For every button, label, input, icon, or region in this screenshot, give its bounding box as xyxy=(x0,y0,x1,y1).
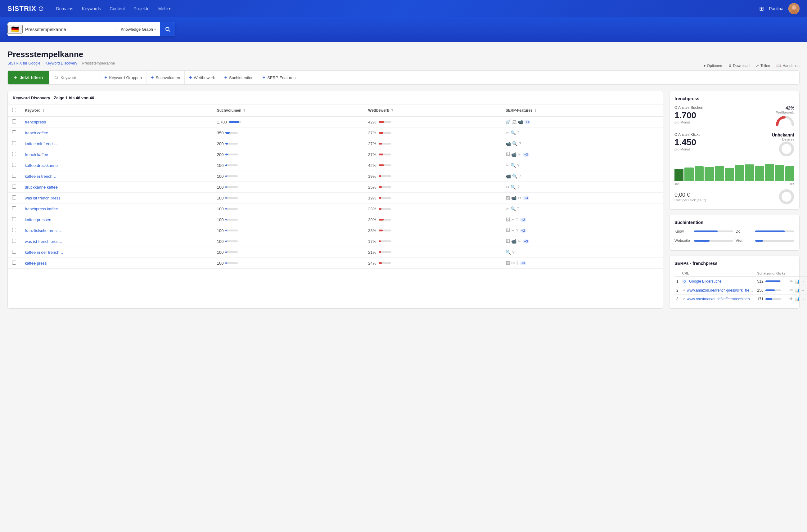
col-wettbewerb: Wettbewerb ? xyxy=(364,105,501,116)
filter-suchvolumen[interactable]: + Suchvolumen xyxy=(146,71,184,85)
competition-value: 23% xyxy=(368,207,377,211)
row-checkbox[interactable] xyxy=(12,185,16,189)
chart-bar xyxy=(684,168,693,181)
filter-keyword-gruppen-plus-icon: + xyxy=(104,75,107,80)
competition-label: Wettbewerb xyxy=(776,110,794,114)
search-input[interactable] xyxy=(23,27,116,32)
serp-icon: ✂ xyxy=(518,152,521,157)
row-checkbox[interactable] xyxy=(12,152,16,156)
row-checkbox[interactable] xyxy=(12,130,16,134)
nav-content[interactable]: Content xyxy=(110,6,125,11)
row-checkbox[interactable] xyxy=(12,239,16,243)
avg-clicks-label: Ø Anzahl Klicks xyxy=(675,132,700,137)
row-checkbox[interactable] xyxy=(12,119,16,124)
suchvolumen-help-icon: ? xyxy=(243,109,245,112)
volume-cell: 150 xyxy=(213,160,364,171)
table-row: french coffee 350 37% ✂🔍? xyxy=(8,128,663,138)
filter-serp-features[interactable]: + SERP-Features xyxy=(258,71,300,85)
grid-icon[interactable]: ⊞ xyxy=(759,5,764,12)
row-checkbox[interactable] xyxy=(12,206,16,210)
row-checkbox[interactable] xyxy=(12,141,16,145)
nav-domains[interactable]: Domains xyxy=(56,6,73,11)
intent-bar-bg xyxy=(694,230,733,232)
keyword-link[interactable]: französische press… xyxy=(25,228,62,233)
serps-eye-icon[interactable]: 👁 xyxy=(789,279,793,284)
avatar[interactable] xyxy=(788,3,800,14)
serps-arrow-icon[interactable]: → xyxy=(801,279,805,284)
filter-search xyxy=(49,75,99,80)
keyword-link[interactable]: kaffee in french… xyxy=(25,174,56,179)
keyword-link[interactable]: french coffee xyxy=(25,131,48,135)
serps-chart-icon[interactable]: 📊 xyxy=(794,279,800,284)
keyword-link[interactable]: kaffee press xyxy=(25,261,47,266)
serps-chart-icon[interactable]: 📊 xyxy=(794,288,800,292)
options-button[interactable]: ▾ Optionen xyxy=(704,63,722,68)
serp-icon: 🖼 xyxy=(506,152,510,157)
keyword-link[interactable]: kaffee mit french… xyxy=(25,141,59,146)
row-checkbox[interactable] xyxy=(12,228,16,232)
filter-plus-icon: + xyxy=(14,74,17,81)
serp-features-cell: 🖼✂? +3 xyxy=(501,258,663,269)
row-checkbox[interactable] xyxy=(12,261,16,265)
share-button[interactable]: ↗ Teilen xyxy=(756,63,770,68)
row-checkbox[interactable] xyxy=(12,195,16,200)
search-button[interactable] xyxy=(160,22,175,36)
keyword-link[interactable]: frenchpress kaffee xyxy=(25,207,58,211)
keyword-link[interactable]: kaffee in der french… xyxy=(25,250,63,255)
avg-clicks-sub: pro Monat xyxy=(675,147,700,151)
table-row: frenchpress kaffee 100 23% ✂🔍? xyxy=(8,204,663,214)
volume-value: 100 xyxy=(217,228,224,233)
keyword-link[interactable]: drückkanne kaffee xyxy=(25,185,58,190)
serps-url-link[interactable]: Google Bildersuche xyxy=(689,279,722,284)
keyword-link[interactable]: kaffee drückkanne xyxy=(25,163,58,168)
breadcrumb-keyword-discovery[interactable]: Keyword Discovery xyxy=(45,61,77,65)
nav-projekte[interactable]: Projekte xyxy=(133,6,149,11)
serps-url-link[interactable]: www.roastmarket.de/kaffeemaschinen… xyxy=(687,297,754,301)
logo[interactable]: SISTRIX ⊙ xyxy=(7,5,44,13)
filter-suchintention[interactable]: + Suchintention xyxy=(220,71,258,85)
volume-value: 100 xyxy=(217,250,224,255)
avg-searches-value: 1.700 xyxy=(675,110,703,120)
keyword-link[interactable]: was ist french press xyxy=(25,196,60,201)
breadcrumb: SISTRIX für Google › Keyword Discovery ›… xyxy=(7,61,115,65)
table-header: Keyword Discovery - Zeige 1 bis 46 von 4… xyxy=(8,91,663,105)
search-type-selector[interactable]: Knowledge Graph ▾ xyxy=(116,27,160,32)
serps-arrow-icon[interactable]: → xyxy=(801,288,805,292)
row-checkbox[interactable] xyxy=(12,174,16,178)
keyword-link[interactable]: frenchpress xyxy=(25,120,46,125)
filter-suchintention-plus-icon: + xyxy=(224,75,227,80)
keyword-link[interactable]: was ist french pres… xyxy=(25,239,62,244)
filter-wettbewerb-plus-icon: + xyxy=(189,75,192,80)
filter-wettbewerb[interactable]: + Wettbewerb xyxy=(184,71,219,85)
row-checkbox[interactable] xyxy=(12,250,16,254)
serp-icon: ✂ xyxy=(511,228,515,233)
handbook-button[interactable]: 📖 Handbuch xyxy=(776,63,800,68)
serps-arrow-icon[interactable]: → xyxy=(801,297,805,301)
competition-cell: 33% xyxy=(364,225,501,236)
row-checkbox[interactable] xyxy=(12,163,16,167)
intent-label: Do xyxy=(736,229,753,233)
filter-now-button[interactable]: + Jetzt filtern xyxy=(8,71,49,85)
row-checkbox[interactable] xyxy=(12,217,16,221)
serps-clicks-bar xyxy=(765,289,775,291)
logo-text: SISTRIX xyxy=(7,5,36,13)
filter-keyword-input[interactable] xyxy=(60,75,95,80)
nav-keywords[interactable]: Keywords xyxy=(82,6,101,11)
nav-mehr[interactable]: Mehr ▾ xyxy=(158,6,171,11)
serps-eye-icon[interactable]: 👁 xyxy=(789,288,793,292)
serps-chart-icon[interactable]: 📊 xyxy=(794,297,800,301)
volume-cell: 100 xyxy=(213,214,364,225)
flag-button[interactable]: 🇩🇪 xyxy=(7,25,23,34)
keyword-link[interactable]: kaffee pressen xyxy=(25,217,51,222)
table-row: frenchpress 1.700 42% 🛒🖼📹 +4 xyxy=(8,116,663,128)
competition-cell: 42% xyxy=(364,160,501,171)
select-all-checkbox[interactable] xyxy=(12,108,16,112)
competition-gauge-area: 42% Wettbewerb xyxy=(776,106,794,128)
serps-url-link[interactable]: www.amazon.de/french-press/s?k=fre… xyxy=(687,288,753,292)
download-button[interactable]: ⬇ Download xyxy=(729,63,750,68)
filter-keyword-gruppen-label: Keyword-Gruppen xyxy=(109,75,142,80)
breadcrumb-sistrix[interactable]: SISTRIX für Google xyxy=(7,61,40,65)
serps-eye-icon[interactable]: 👁 xyxy=(789,297,793,301)
filter-keyword-gruppen[interactable]: + Keyword-Gruppen xyxy=(99,71,146,85)
keyword-link[interactable]: french kaffee xyxy=(25,152,48,157)
